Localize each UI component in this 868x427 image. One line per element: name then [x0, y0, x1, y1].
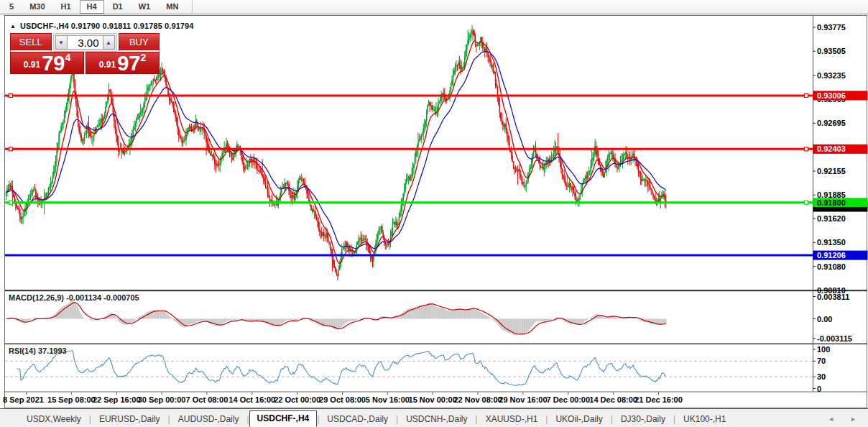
svg-text:0.92155: 0.92155 — [817, 167, 846, 175]
svg-text:-0.003115: -0.003115 — [817, 334, 852, 343]
level-badge-0.91800: 0.91800 — [813, 198, 868, 207]
svg-text:0.90810: 0.90810 — [817, 286, 846, 295]
svg-text:0.93505: 0.93505 — [817, 47, 846, 55]
sell-button[interactable]: SELL — [10, 33, 52, 52]
bid-prefix: 0.91 — [24, 60, 40, 70]
collapse-icon[interactable]: ▲ — [10, 23, 16, 29]
svg-text:100: 100 — [817, 345, 830, 354]
svg-text:0.92403: 0.92403 — [817, 144, 846, 153]
level-handle[interactable] — [9, 147, 13, 151]
level-badge-0.92403: 0.92403 — [813, 144, 868, 154]
macd-signal-line — [6, 303, 666, 334]
svg-text:0.91206: 0.91206 — [817, 251, 846, 260]
bid-axis-marker — [813, 203, 868, 212]
level-handle[interactable] — [805, 147, 808, 151]
ask-prefix: 0.91 — [99, 60, 116, 70]
volume-input[interactable] — [68, 35, 103, 50]
svg-text:70: 70 — [817, 357, 826, 365]
svg-text:22 Sep 16:00: 22 Sep 16:00 — [93, 395, 141, 404]
level-handle[interactable] — [9, 93, 13, 97]
timeframe-toolbar: 5M30H1H4D1W1MN — [0, 0, 868, 14]
svg-text:8 Sep 2021: 8 Sep 2021 — [3, 395, 44, 404]
svg-text:0.91080: 0.91080 — [817, 262, 846, 271]
tab-eurusd-daily[interactable]: EURUSD-,Daily — [91, 411, 168, 427]
ask-pipette: 2 — [140, 52, 146, 63]
timeframe-button-h1[interactable]: H1 — [54, 0, 78, 14]
macd-label: MACD(12,26,9) -0.001134 -0.000705 — [9, 293, 139, 302]
svg-text:7 Oct 08:00: 7 Oct 08:00 — [186, 395, 228, 404]
volume-spinner: ▼ ▲ — [53, 33, 117, 52]
svg-text:0.00: 0.00 — [817, 315, 832, 323]
rsi-line — [17, 351, 666, 386]
volume-decrease-button[interactable]: ▼ — [55, 35, 68, 50]
tab-scroll-nav: ◄ ► — [828, 416, 857, 423]
timeframe-button-w1[interactable]: W1 — [131, 0, 158, 14]
tab-usdx-weekly[interactable]: USDX,Weekly — [19, 411, 89, 427]
bid-pipette: 4 — [65, 52, 70, 63]
svg-text:0.92695: 0.92695 — [817, 119, 846, 127]
svg-text:22 Nov 08:00: 22 Nov 08:00 — [453, 395, 502, 404]
ma-line-10 — [6, 41, 666, 264]
macd-histogram — [6, 300, 667, 335]
level-handle[interactable] — [805, 93, 808, 97]
svg-text:0.91620: 0.91620 — [817, 214, 846, 223]
toolbar-separator — [192, 0, 193, 14]
tab-usdcad-daily[interactable]: USDCAD-,Daily — [319, 411, 396, 427]
indicator-axes: 0.0038110.00-0.00311510070300 — [813, 293, 852, 393]
svg-text:30 Sep 00:00: 30 Sep 00:00 — [138, 395, 186, 404]
level-badge-0.93006: 0.93006 — [813, 91, 868, 100]
price-axis[interactable]: 0.937750.935050.932350.929650.926950.924… — [813, 23, 846, 295]
tab-scroll-right-icon[interactable]: ► — [850, 416, 857, 423]
level-badge-0.91206: 0.91206 — [813, 251, 868, 260]
svg-text:15 Sep 08:00: 15 Sep 08:00 — [47, 395, 96, 404]
mt4-window: 5M30H1H4D1W1MN 0.937750.935050.932350.92… — [0, 0, 868, 427]
tab-xauusd-h1[interactable]: XAUUSD-,H1 — [478, 411, 546, 427]
svg-text:22 Oct 00:00: 22 Oct 00:00 — [274, 395, 320, 404]
timeframe-button-mn[interactable]: MN — [159, 0, 185, 14]
svg-text:0: 0 — [817, 385, 821, 393]
volume-increase-button[interactable]: ▲ — [103, 35, 115, 50]
ma-line-26 — [6, 52, 666, 249]
level-handle[interactable] — [805, 201, 808, 204]
one-click-trading-panel: SELL ▼ ▲ BUY 0.91 79 4 0.91 97 2 — [10, 33, 160, 74]
buy-button[interactable]: BUY — [119, 33, 160, 52]
tab-audusd-daily[interactable]: AUDUSD-,Daily — [170, 411, 247, 427]
svg-text:0.91800: 0.91800 — [817, 198, 846, 207]
svg-text:0.92965: 0.92965 — [817, 95, 846, 104]
svg-text:0.93775: 0.93775 — [817, 23, 846, 32]
svg-text:14 Dec 08:00: 14 Dec 08:00 — [589, 395, 637, 404]
time-axis[interactable]: 8 Sep 202115 Sep 08:0022 Sep 16:0030 Sep… — [3, 392, 683, 405]
tab-usdcnh-daily[interactable]: USDCNH-,Daily — [398, 411, 475, 427]
ask-price-box[interactable]: 0.91 97 2 — [86, 52, 160, 74]
ask-big-digits: 97 — [117, 54, 140, 73]
svg-text:21 Dec 16:00: 21 Dec 16:00 — [634, 395, 683, 404]
tab-ukoil-daily[interactable]: UKOil-,Daily — [548, 411, 610, 427]
timeframe-button-m30[interactable]: M30 — [22, 0, 52, 14]
tab-scroll-left-icon[interactable]: ◄ — [828, 416, 834, 423]
tab-uk100-h1[interactable]: UK100-,H1 — [675, 411, 734, 427]
svg-text:5 Nov 16:00: 5 Nov 16:00 — [366, 395, 410, 404]
chart-title: ▲USDCHF-,H4 0.91790 0.91811 0.91785 0.91… — [10, 22, 194, 30]
timeframe-button-h4[interactable]: H4 — [80, 0, 104, 14]
tab-usdchf-h4[interactable]: USDCHF-,H4 — [249, 410, 318, 427]
rsi-label: RSI(14) 37.1993 — [9, 346, 67, 355]
svg-text:7 Dec 00:00: 7 Dec 00:00 — [547, 395, 591, 404]
bid-price-box[interactable]: 0.91 79 4 — [10, 52, 84, 74]
svg-text:30: 30 — [817, 372, 826, 381]
svg-text:29 Nov 16:00: 29 Nov 16:00 — [499, 395, 547, 404]
svg-text:15 Nov 00:00: 15 Nov 00:00 — [409, 395, 457, 404]
svg-text:29 Oct 08:00: 29 Oct 08:00 — [319, 395, 366, 404]
level-handle[interactable] — [9, 201, 13, 204]
svg-text:0.93235: 0.93235 — [817, 71, 846, 80]
svg-text:0.91350: 0.91350 — [817, 238, 846, 247]
timeframe-button-d1[interactable]: D1 — [106, 0, 130, 14]
chart-tab-bar: USDX,Weekly|EURUSD-,Daily|AUDUSD-,Daily|… — [0, 408, 868, 427]
chart-title-text: USDCHF-,H4 0.91790 0.91811 0.91785 0.917… — [20, 22, 193, 30]
timeframe-button-5[interactable]: 5 — [2, 0, 21, 14]
svg-text:0.003811: 0.003811 — [817, 293, 849, 301]
svg-text:0.93006: 0.93006 — [817, 91, 846, 100]
tab-dj30-daily[interactable]: DJ30-,Daily — [613, 411, 673, 427]
bid-big-digits: 79 — [42, 54, 65, 73]
svg-text:14 Oct 16:00: 14 Oct 16:00 — [228, 395, 275, 404]
svg-text:0.91885: 0.91885 — [817, 190, 846, 199]
